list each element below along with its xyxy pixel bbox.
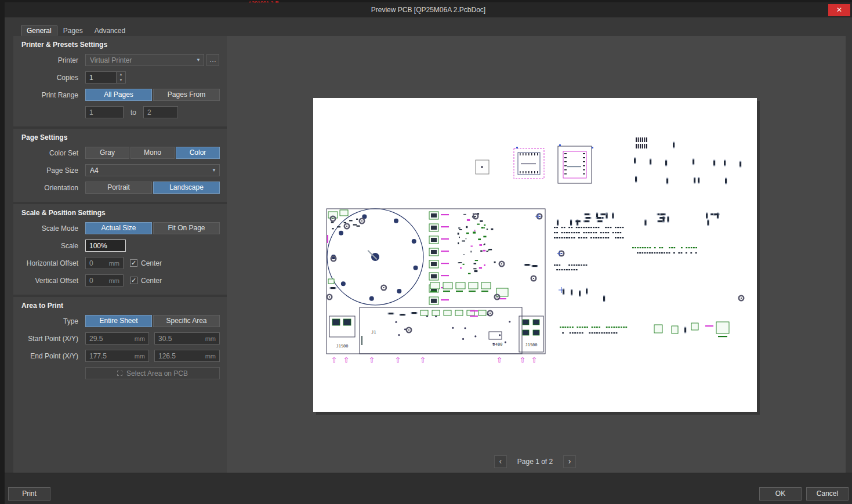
entire-sheet-button[interactable]: Entire Sheet: [85, 315, 152, 327]
copies-spinner[interactable]: ▲ ▼: [117, 71, 126, 84]
start-point-label: Start Point (X/Y): [20, 335, 78, 343]
mono-button[interactable]: Mono: [130, 147, 175, 159]
unit-label: mm: [109, 277, 119, 284]
svg-text:⇧: ⇧: [496, 356, 503, 364]
preview-page[interactable]: J1500 J1 J400 J1500 ⇧⇧⇧⇧⇧⇧⇧⇧: [313, 98, 757, 412]
unit-label: mm: [135, 335, 145, 342]
svg-text:⇧: ⇧: [420, 356, 426, 364]
print-range-label: Print Range: [20, 91, 78, 99]
range-from-input: [85, 106, 124, 118]
spin-down-icon[interactable]: ▼: [117, 78, 125, 84]
page-settings-heading: Page Settings: [21, 133, 220, 142]
specific-area-button[interactable]: Specific Area: [153, 315, 220, 327]
unit-label: mm: [109, 260, 119, 267]
tab-general[interactable]: General: [21, 26, 57, 36]
select-area-button: Select Area on PCB: [85, 367, 220, 379]
close-button[interactable]: ✕: [828, 4, 850, 16]
h-offset-input: 0 mm: [85, 257, 124, 269]
next-page-button[interactable]: ›: [563, 455, 576, 468]
pcb-label-j1500-right: J1500: [525, 343, 537, 347]
prev-page-button[interactable]: ‹: [494, 455, 507, 468]
scale-label: Scale: [20, 242, 78, 250]
svg-text:⇧: ⇧: [395, 356, 401, 364]
svg-text:⇧: ⇧: [531, 356, 538, 364]
section-page-settings: Page Settings Color Set Gray Mono Color …: [13, 129, 227, 202]
scale-input[interactable]: [85, 240, 126, 252]
end-y-value: 126.5: [158, 352, 204, 360]
h-center-checkbox[interactable]: ✓: [130, 259, 137, 267]
preview-panel: J1500 J1 J400 J1500 ⇧⇧⇧⇧⇧⇧⇧⇧ ‹ Page 1 of…: [227, 36, 846, 473]
landscape-button[interactable]: Landscape: [153, 182, 220, 194]
section-area-to-print: Area to Print Type Entire Sheet Specific…: [13, 297, 227, 473]
printer-select[interactable]: Virtual Printer ▼: [85, 54, 204, 66]
select-area-label: Select Area on PCB: [126, 369, 188, 378]
window-title: Preview PCB [QP25M06A 2.PcbDoc]: [371, 6, 485, 14]
area-to-print-heading: Area to Print: [21, 302, 220, 310]
fit-on-page-button[interactable]: Fit On Page: [153, 222, 220, 234]
tab-strip: General Pages Advanced: [21, 26, 131, 36]
tab-advanced[interactable]: Advanced: [89, 26, 131, 36]
unit-label: mm: [135, 353, 145, 360]
printer-more-button[interactable]: …: [206, 54, 219, 66]
h-offset-value: 0: [89, 259, 107, 267]
chevron-down-icon: ▼: [196, 57, 201, 63]
titlebar[interactable]: Preview PCB [QP25M06A 2.PcbDoc] ✕: [5, 2, 852, 17]
pcb-label-j1: J1: [371, 330, 376, 335]
checkmark-icon: ✓: [131, 277, 136, 284]
type-label: Type: [20, 317, 78, 325]
page-indicator: Page 1 of 2: [517, 458, 553, 466]
select-area-icon: [117, 371, 122, 376]
dialog-body: Printer & Presets Settings Printer Virtu…: [5, 36, 852, 473]
chevron-right-icon: ›: [568, 456, 571, 466]
page-size-label: Page Size: [20, 166, 78, 175]
scale-mode-label: Scale Mode: [20, 224, 78, 233]
svg-text:⇧: ⇧: [369, 356, 375, 364]
copies-input[interactable]: [85, 71, 117, 84]
svg-text:⇧: ⇧: [331, 356, 338, 364]
footer: Print OK Cancel: [5, 473, 852, 504]
start-y-value: 30.5: [158, 335, 204, 343]
printer-presets-heading: Printer & Presets Settings: [21, 41, 220, 49]
svg-text:⇧: ⇧: [343, 356, 350, 364]
preview-pcb-dialog: Preview PCB [QP25M06A 2.PcbDoc] ✕ Genera…: [5, 2, 852, 504]
h-center-label: Center: [141, 259, 162, 267]
start-y-input: 30.5 mm: [154, 332, 220, 345]
cancel-button[interactable]: Cancel: [806, 487, 849, 501]
chevron-down-icon: ▼: [212, 168, 216, 173]
v-offset-input: 0 mm: [85, 274, 124, 287]
pcb-components: ⇧⇧⇧⇧⇧⇧⇧⇧: [327, 137, 744, 364]
ellipsis-icon: …: [209, 56, 216, 64]
end-y-input: 126.5 mm: [154, 350, 220, 362]
start-x-value: 29.5: [89, 335, 133, 343]
scale-position-heading: Scale & Position Settings: [21, 209, 220, 217]
clipped-red-text: A201001 2-R: [248, 0, 279, 3]
pcb-label-j400: J400: [493, 342, 503, 347]
end-point-label: End Point (X/Y): [20, 352, 78, 360]
unit-label: mm: [205, 335, 216, 342]
actual-size-button[interactable]: Actual Size: [85, 222, 152, 234]
range-to-input: [143, 106, 178, 118]
page-size-select[interactable]: A4 ▼: [85, 164, 220, 176]
orientation-label: Orientation: [20, 184, 78, 192]
unit-label: mm: [205, 353, 216, 360]
pcb-preview-drawing: J1500 J1 J400 J1500 ⇧⇧⇧⇧⇧⇧⇧⇧: [313, 98, 757, 412]
ok-button[interactable]: OK: [759, 487, 802, 501]
svg-text:⇧: ⇧: [520, 356, 526, 364]
end-x-input: 177.5 mm: [85, 350, 149, 362]
end-x-value: 177.5: [89, 352, 133, 360]
printer-label: Printer: [20, 56, 78, 64]
v-center-label: Center: [141, 277, 162, 285]
settings-panel: Printer & Presets Settings Printer Virtu…: [13, 36, 227, 473]
section-printer-presets: Printer & Presets Settings Printer Virtu…: [13, 36, 227, 126]
v-offset-label: Vertical Offset: [20, 277, 78, 285]
print-button[interactable]: Print: [8, 487, 50, 501]
gray-button[interactable]: Gray: [85, 147, 129, 159]
all-pages-button[interactable]: All Pages: [85, 89, 152, 101]
pages-from-button[interactable]: Pages From: [153, 89, 220, 101]
v-center-checkbox[interactable]: ✓: [130, 277, 137, 284]
tab-pages[interactable]: Pages: [57, 26, 89, 36]
portrait-button[interactable]: Portrait: [85, 182, 152, 194]
chevron-left-icon: ‹: [499, 456, 502, 466]
spin-up-icon[interactable]: ▲: [117, 72, 125, 78]
color-button[interactable]: Color: [176, 147, 220, 159]
